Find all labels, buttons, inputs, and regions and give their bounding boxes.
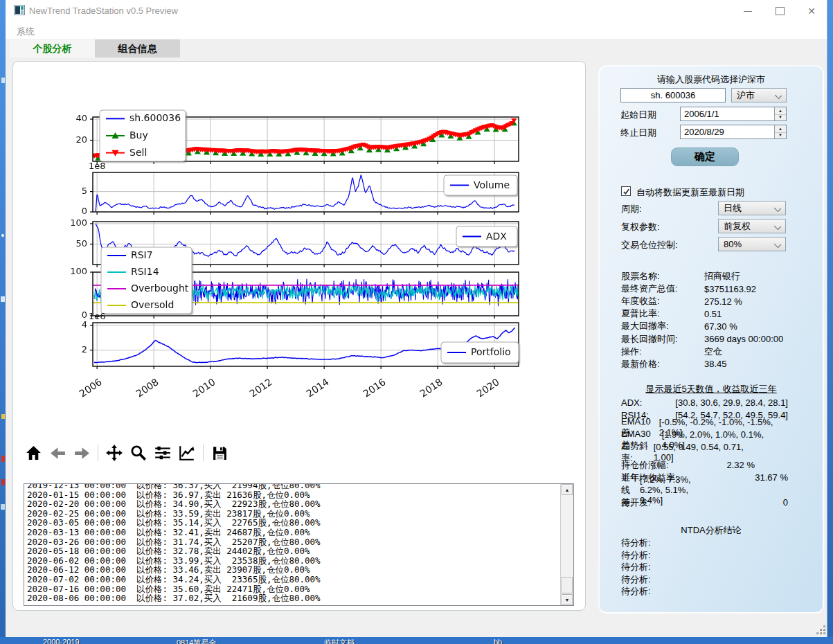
metric-value: [30.8, 30.6, 29.9, 28.4, 28.1] — [675, 397, 788, 408]
scrollbar-down-icon[interactable]: ▼ — [562, 594, 573, 605]
close-button[interactable]: ✕ — [800, 3, 823, 19]
metric-label: 待开发: — [621, 497, 651, 509]
market-value: 沪市 — [732, 89, 755, 102]
start-date-label: 起始日期 — [620, 109, 656, 121]
ntda-row: 待分析: — [621, 549, 794, 562]
forward-icon[interactable] — [71, 443, 92, 463]
stat-value: 空仓 — [704, 346, 722, 358]
market-dropdown[interactable]: 沪市 — [731, 88, 787, 102]
customize-icon[interactable] — [177, 443, 197, 463]
tab-strip: 个股分析 组合信息 — [6, 39, 827, 58]
stat-row: 年度收益: 275.12 % — [621, 295, 807, 307]
desktop-bottom-sliver: 2000-2019 0814简易金 临时文档 bb — [0, 637, 833, 644]
save-icon[interactable] — [209, 443, 230, 463]
scrollbar-thumb[interactable] — [562, 577, 573, 593]
start-date-field[interactable]: ▲▼ — [680, 107, 787, 121]
ntda-header: NTDA分析结论 — [600, 524, 823, 537]
maximize-icon — [776, 7, 785, 15]
period-dropdown[interactable]: 日线 — [718, 201, 786, 215]
metric-value: 2.32 % — [727, 460, 755, 470]
ntda-row: 待分析: — [621, 537, 794, 549]
tab-portfolio-info[interactable]: 组合信息 — [95, 39, 180, 57]
log-line: 2020-02-25 00:00:00 以价格: 33.59,卖出 23817股… — [27, 509, 560, 519]
stat-label: 最新价格: — [621, 358, 704, 370]
desktop-icon-label[interactable]: 0814简易金 — [177, 638, 216, 644]
ntda-list: 待分析:待分析:待分析:待分析:待分析: — [621, 537, 794, 598]
log-line: 2020-07-02 00:00:00 以价格: 34.24,买入 23365股… — [27, 575, 560, 584]
desktop-icon-label[interactable]: bb — [494, 638, 502, 644]
log-line: 2020-03-26 00:00:00 以价格: 31.74,买入 25207股… — [27, 537, 560, 547]
resize-grip[interactable] — [816, 625, 825, 634]
stat-value: 38.45 — [704, 359, 727, 369]
stat-row: 最新价格: 38.45 — [621, 358, 807, 370]
end-date-label: 终止日期 — [620, 127, 656, 139]
back-icon[interactable] — [47, 443, 68, 463]
maximize-button[interactable] — [768, 3, 791, 19]
stat-label: 夏普比率: — [621, 307, 704, 320]
auto-update-checkbox[interactable] — [621, 186, 631, 196]
pan-icon[interactable] — [104, 443, 125, 463]
stat-value: $3751163.92 — [704, 284, 756, 294]
start-date-input[interactable] — [681, 107, 778, 120]
subplots-icon[interactable] — [152, 443, 173, 463]
log-line: 2020-03-05 00:00:00 以价格: 35.14,买入 22765股… — [27, 518, 560, 528]
figure-canvas[interactable] — [20, 64, 582, 441]
period-label: 周期: — [621, 203, 642, 215]
close-icon: ✕ — [807, 6, 816, 16]
end-date-spinner[interactable]: ▲▼ — [774, 125, 786, 138]
stat-value: 0.51 — [704, 309, 722, 319]
app-window: NewTrend TradeStation v0.5 Preview ✕ 系统 … — [6, 0, 827, 637]
position-dropdown[interactable]: 80% — [718, 237, 786, 251]
stat-row: 股票名称: 招商银行 — [621, 270, 807, 283]
minimize-icon — [744, 11, 752, 12]
desktop: { "window": { "title": "NewTrend TradeSt… — [0, 0, 833, 644]
stat-label: 年度收益: — [621, 295, 704, 307]
end-date-field[interactable]: ▲▼ — [680, 125, 787, 139]
tab-stock-analysis[interactable]: 个股分析 — [10, 39, 95, 57]
position-label: 交易仓位控制: — [621, 239, 678, 251]
metric-value: 0 — [783, 497, 788, 508]
position-value: 80% — [719, 239, 742, 249]
stat-label: 操作: — [621, 346, 704, 358]
title-bar[interactable]: NewTrend TradeStation v0.5 Preview ✕ — [6, 0, 827, 21]
menu-item-system[interactable]: 系统 — [11, 24, 40, 39]
log-line: 2020-07-16 00:00:00 以价格: 35.60,卖出 22471股… — [27, 584, 560, 594]
check-icon — [622, 188, 630, 195]
window-title: NewTrend TradeStation v0.5 Preview — [29, 6, 178, 16]
log-line: 2020-08-06 00:00:00 以价格: 37.02,买入 21609股… — [27, 593, 560, 603]
trade-log-listbox[interactable]: 2019-12-13 00:00:00 以价格: 36.37,买入 21994股… — [24, 483, 574, 606]
minimize-button[interactable] — [736, 3, 760, 19]
adjust-dropdown[interactable]: 前复权 — [718, 219, 786, 233]
desktop-icon-label[interactable]: 2000-2019 — [43, 638, 80, 644]
metric-label: 持仓价涨幅: — [621, 459, 669, 472]
home-icon[interactable] — [23, 443, 44, 463]
metric-label: ADX: — [621, 397, 642, 408]
stat-value: 275.12 % — [704, 296, 742, 307]
stat-label: 股票名称: — [621, 270, 704, 283]
log-line: 2020-06-02 00:00:00 以价格: 33.99,买入 23538股… — [27, 556, 560, 566]
stat-label: 最终资产总值: — [621, 283, 704, 295]
end-date-input[interactable] — [681, 125, 778, 138]
trade-log-lines: 2019-12-13 00:00:00 以价格: 36.37,买入 21994股… — [27, 483, 560, 606]
app-icon — [14, 5, 25, 15]
period-value: 日线 — [719, 202, 742, 215]
toolbar-separator — [98, 445, 98, 461]
desktop-icon-label[interactable]: 临时文档 — [324, 638, 355, 644]
start-date-spinner[interactable]: ▲▼ — [774, 107, 786, 120]
log-scrollbar[interactable]: ▲ ▼ — [560, 484, 573, 605]
log-line: 2020-02-20 00:00:00 以价格: 34.90,买入 22923股… — [27, 499, 560, 509]
stock-code-input[interactable] — [620, 88, 726, 102]
log-line: 2020-06-12 00:00:00 以价格: 33.46,卖出 23907股… — [27, 565, 560, 575]
spin-down-icon[interactable]: ▼ — [775, 132, 786, 139]
confirm-button[interactable]: 确定 — [671, 147, 739, 166]
spin-down-icon[interactable]: ▼ — [775, 114, 786, 121]
ntda-row: 待分析: — [621, 573, 794, 586]
stat-row: 最长回撤时间: 3669 days 00:00:00 — [621, 332, 807, 345]
scrollbar-up-icon[interactable]: ▲ — [562, 484, 573, 495]
zoom-icon[interactable] — [128, 443, 149, 463]
stat-row: 夏普比率: 0.51 — [621, 307, 807, 320]
adjust-value: 前复权 — [719, 220, 751, 233]
stat-row: 最大回撤率: 67.30 % — [621, 320, 807, 332]
recent-values-header: 显示最近5天数值，收益取近三年 — [600, 383, 823, 395]
stat-value: 招商银行 — [704, 270, 740, 283]
